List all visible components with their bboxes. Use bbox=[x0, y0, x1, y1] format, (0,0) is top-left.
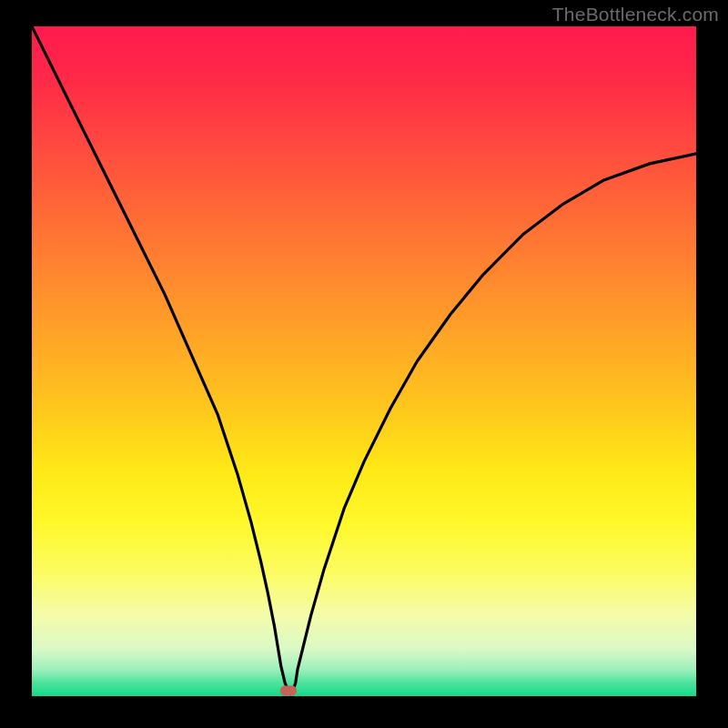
plot-area bbox=[32, 26, 696, 696]
curve-minimum-marker bbox=[280, 686, 297, 696]
bottleneck-curve bbox=[32, 26, 696, 696]
watermark-text: TheBottleneck.com bbox=[552, 4, 719, 25]
chart-frame: TheBottleneck.com bbox=[0, 0, 728, 728]
